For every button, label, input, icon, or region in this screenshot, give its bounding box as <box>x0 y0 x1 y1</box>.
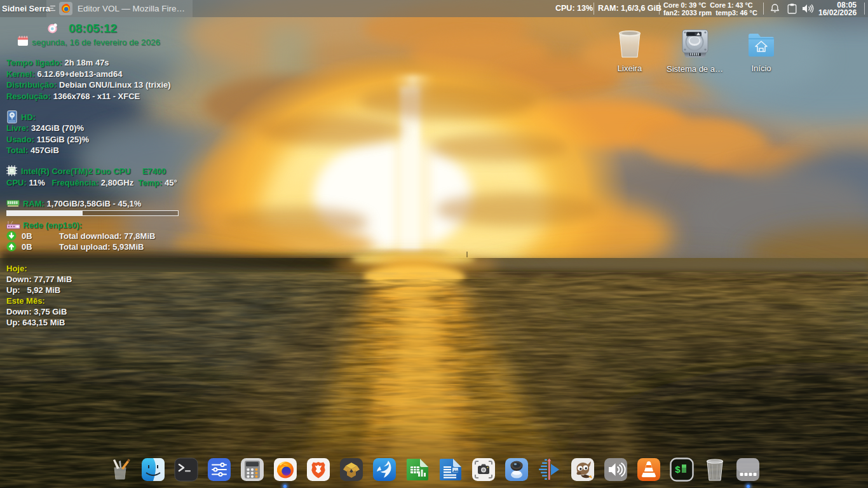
svg-text:$: $ <box>675 465 681 476</box>
